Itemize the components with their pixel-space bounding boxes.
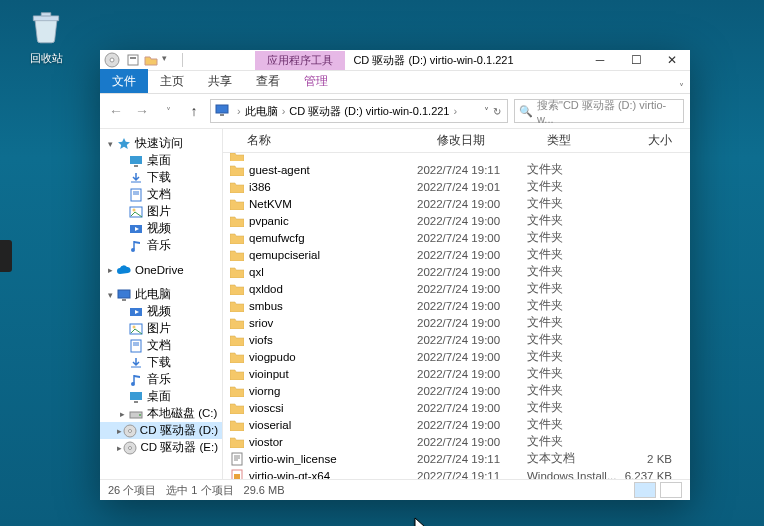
list-item[interactable] [223, 153, 690, 161]
minimize-button[interactable]: ─ [582, 50, 618, 70]
list-item[interactable]: qemufwcfg2022/7/24 19:00文件夹 [223, 229, 690, 246]
file-name: qxl [249, 266, 417, 278]
file-date: 2022/7/24 19:00 [417, 232, 527, 244]
ribbon-collapse-icon[interactable]: ˅ [679, 82, 684, 93]
titlebar[interactable]: ▾ 应用程序工具 CD 驱动器 (D:) virtio-win-0.1.221 … [100, 50, 690, 71]
nav-back-button[interactable]: ← [106, 101, 126, 121]
list-item[interactable]: virtio-win_license2022/7/24 19:11文本文档2 K… [223, 450, 690, 467]
tree-pc-8[interactable]: ▸CD 驱动器 (E:) [100, 439, 222, 456]
folder-icon [229, 435, 245, 449]
folder-icon [229, 367, 245, 381]
tree-pc-0[interactable]: 视频 [100, 303, 222, 320]
view-large-button[interactable] [660, 482, 682, 498]
tree-quick-1[interactable]: 下载 [100, 169, 222, 186]
ribbon-manage[interactable]: 管理 [292, 69, 340, 93]
col-date[interactable]: 修改日期 [437, 133, 547, 148]
tree-quick-4[interactable]: 视频 [100, 220, 222, 237]
tree-quick-access[interactable]: ▾快速访问 [100, 135, 222, 152]
qat-dropdown-icon[interactable]: ▾ [162, 53, 176, 67]
file-name: qemufwcfg [249, 232, 417, 244]
status-count: 26 个项目 [108, 483, 156, 498]
picture-icon [128, 205, 144, 219]
column-headers[interactable]: 名称 修改日期 类型 大小 [223, 129, 690, 153]
list-item[interactable]: vioinput2022/7/24 19:00文件夹 [223, 365, 690, 382]
list-item[interactable]: viofs2022/7/24 19:00文件夹 [223, 331, 690, 348]
svg-rect-21 [134, 401, 138, 403]
file-name: vioscsi [249, 402, 417, 414]
list-item[interactable]: virtio-win-gt-x642022/7/24 19:11Windows … [223, 467, 690, 479]
list-item[interactable]: pvpanic2022/7/24 19:00文件夹 [223, 212, 690, 229]
list-item[interactable]: qxldod2022/7/24 19:00文件夹 [223, 280, 690, 297]
svg-rect-28 [232, 453, 242, 465]
list-item[interactable]: NetKVM2022/7/24 19:00文件夹 [223, 195, 690, 212]
list-item[interactable]: qxl2022/7/24 19:00文件夹 [223, 263, 690, 280]
ribbon-view[interactable]: 查看 [244, 69, 292, 93]
tree-pc-2[interactable]: 文档 [100, 337, 222, 354]
crumb-root[interactable]: 此电脑 [245, 104, 278, 119]
svg-point-12 [131, 248, 135, 252]
file-rows: guest-agent2022/7/24 19:11文件夹i3862022/7/… [223, 153, 690, 479]
ribbon-home[interactable]: 主页 [148, 69, 196, 93]
tree-onedrive[interactable]: ▸OneDrive [100, 262, 222, 278]
nav-tree[interactable]: ▾快速访问桌面下载文档图片视频音乐▸OneDrive▾此电脑视频图片文档下载音乐… [100, 129, 223, 479]
tree-pc-5[interactable]: 桌面 [100, 388, 222, 405]
tree-pc-1[interactable]: 图片 [100, 320, 222, 337]
tree-pc-7[interactable]: ▸CD 驱动器 (D:) [100, 422, 222, 439]
crumb-dropdown-icon[interactable]: ˅ [484, 106, 489, 117]
list-item[interactable]: sriov2022/7/24 19:00文件夹 [223, 314, 690, 331]
status-size: 29.6 MB [244, 484, 285, 496]
file-name: smbus [249, 300, 417, 312]
svg-point-23 [139, 414, 141, 416]
tree-quick-3[interactable]: 图片 [100, 203, 222, 220]
nav-recent-button[interactable]: ˅ [158, 101, 178, 121]
ribbon-file[interactable]: 文件 [100, 69, 148, 93]
tree-quick-0[interactable]: 桌面 [100, 152, 222, 169]
recycle-bin[interactable]: 回收站 [18, 8, 74, 66]
svg-rect-6 [130, 156, 142, 164]
list-item[interactable]: guest-agent2022/7/24 19:11文件夹 [223, 161, 690, 178]
list-item[interactable]: vioscsi2022/7/24 19:00文件夹 [223, 399, 690, 416]
file-date: 2022/7/24 19:00 [417, 283, 527, 295]
view-details-button[interactable] [634, 482, 656, 498]
tree-quick-5[interactable]: 音乐 [100, 237, 222, 254]
crumb-drive[interactable]: CD 驱动器 (D:) virtio-win-0.1.221 [289, 104, 449, 119]
ribbon-share[interactable]: 共享 [196, 69, 244, 93]
col-type[interactable]: 类型 [547, 133, 637, 148]
file-date: 2022/7/24 19:00 [417, 198, 527, 210]
nav-forward-button[interactable]: → [132, 101, 152, 121]
cd-icon [123, 441, 137, 455]
breadcrumb[interactable]: › 此电脑 › CD 驱动器 (D:) virtio-win-0.1.221 ›… [210, 99, 508, 123]
side-panel-tab[interactable] [0, 240, 12, 272]
list-item[interactable]: vioserial2022/7/24 19:00文件夹 [223, 416, 690, 433]
tree-thispc[interactable]: ▾此电脑 [100, 286, 222, 303]
maximize-button[interactable]: ☐ [618, 50, 654, 70]
music-icon [128, 239, 144, 253]
col-name[interactable]: 名称 [223, 133, 437, 148]
recycle-bin-label: 回收站 [18, 51, 74, 66]
nav-up-button[interactable]: ↑ [184, 101, 204, 121]
list-item[interactable]: qemupciserial2022/7/24 19:00文件夹 [223, 246, 690, 263]
cd-drive-icon [104, 52, 120, 68]
tree-pc-3[interactable]: 下载 [100, 354, 222, 371]
qat-properties-icon[interactable] [126, 53, 140, 67]
close-button[interactable]: ✕ [654, 50, 690, 70]
list-item[interactable]: i3862022/7/24 19:01文件夹 [223, 178, 690, 195]
file-date: 2022/7/24 19:00 [417, 402, 527, 414]
tree-label: 下载 [147, 170, 171, 185]
list-item[interactable]: smbus2022/7/24 19:00文件夹 [223, 297, 690, 314]
qat-newfolder-icon[interactable] [144, 53, 158, 67]
folder-icon [229, 214, 245, 228]
tree-pc-6[interactable]: ▸本地磁盘 (C:) [100, 405, 222, 422]
crumb-refresh-icon[interactable]: ↻ [493, 106, 501, 117]
tree-label: 此电脑 [135, 287, 171, 302]
tree-label: 音乐 [147, 372, 171, 387]
list-item[interactable]: viorng2022/7/24 19:00文件夹 [223, 382, 690, 399]
list-item[interactable]: viostor2022/7/24 19:00文件夹 [223, 433, 690, 450]
folder-icon [229, 180, 245, 194]
tree-pc-4[interactable]: 音乐 [100, 371, 222, 388]
tree-quick-2[interactable]: 文档 [100, 186, 222, 203]
search-input[interactable]: 🔍 搜索"CD 驱动器 (D:) virtio-w... [514, 99, 684, 123]
list-item[interactable]: viogpudo2022/7/24 19:00文件夹 [223, 348, 690, 365]
col-size[interactable]: 大小 [637, 133, 690, 148]
tree-label: 视频 [147, 221, 171, 236]
